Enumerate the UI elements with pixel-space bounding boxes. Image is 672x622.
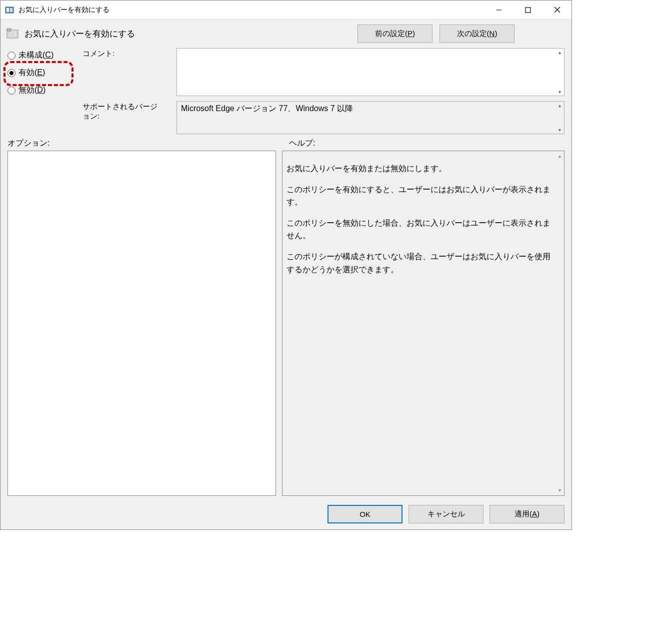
- fields-column: コメント: ▴ ▾ サポートされるバージョン: Microsoft Edge バ…: [82, 48, 564, 134]
- radio-not-configured[interactable]: 未構成(C): [8, 50, 72, 61]
- svg-rect-8: [7, 29, 11, 31]
- help-paragraph: このポリシーが構成されていない場合、ユーザーはお気に入りバーを使用するかどうかを…: [286, 250, 554, 276]
- close-button[interactable]: [542, 1, 572, 19]
- maximize-button[interactable]: [514, 1, 542, 19]
- window-title: お気に入りバーを有効にする: [18, 6, 484, 15]
- window-controls: [484, 1, 572, 19]
- titlebar: お気に入りバーを有効にする: [0, 1, 572, 20]
- state-radios: 未構成(C) 有効(E) 無効(D): [8, 48, 72, 134]
- options-label: オプション:: [8, 138, 283, 149]
- comment-label: コメント:: [82, 48, 162, 59]
- supported-label: サポートされるバージョン:: [82, 101, 162, 121]
- chevron-up-icon: ▴: [558, 50, 561, 55]
- chevron-down-icon: ▾: [558, 127, 561, 133]
- comment-row: コメント: ▴ ▾: [82, 48, 564, 96]
- radio-disabled[interactable]: 無効(D): [8, 85, 72, 96]
- next-setting-button[interactable]: 次の設定(N): [440, 25, 514, 43]
- app-icon: [4, 5, 14, 15]
- chevron-down-icon: ▾: [558, 89, 561, 95]
- minimize-button[interactable]: [484, 1, 514, 19]
- help-label: ヘルプ:: [289, 138, 564, 149]
- help-paragraph: お気に入りバーを有効または無効にします。: [286, 162, 554, 175]
- options-pane: [8, 151, 276, 496]
- chevron-down-icon: ▾: [558, 486, 561, 494]
- section-labels: オプション: ヘルプ:: [0, 137, 572, 151]
- dialog-buttons: OK キャンセル 適用(A): [0, 501, 572, 529]
- policy-editor-window: お気に入りバーを有効にする お気に入りバーを有効にする: [0, 0, 572, 530]
- header-row: お気に入りバーを有効にする 前の設定(P) 次の設定(N): [0, 20, 572, 48]
- policy-icon: [6, 27, 20, 41]
- radio-icon: [8, 52, 16, 60]
- scrollbar[interactable]: ▴ ▾: [556, 49, 564, 96]
- config-area: 未構成(C) 有効(E) 無効(D) コメント: ▴ ▾: [0, 48, 572, 137]
- radio-enabled[interactable]: 有効(E): [8, 68, 72, 78]
- scrollbar[interactable]: ▴ ▾: [556, 151, 564, 495]
- previous-setting-button[interactable]: 前の設定(P): [358, 25, 432, 43]
- help-paragraph: このポリシーを有効にすると、ユーザーにはお気に入りバーが表示されます。: [286, 183, 554, 209]
- supported-row: サポートされるバージョン: Microsoft Edge バージョン 77、Wi…: [82, 101, 564, 134]
- svg-rect-4: [526, 8, 530, 13]
- scrollbar[interactable]: ▴ ▾: [556, 102, 564, 134]
- svg-rect-1: [6, 8, 9, 12]
- svg-rect-2: [10, 8, 12, 12]
- help-pane: お気に入りバーを有効または無効にします。 このポリシーを有効にすると、ユーザーに…: [282, 151, 564, 496]
- comment-input[interactable]: ▴ ▾: [176, 48, 564, 96]
- radio-icon: [8, 69, 16, 77]
- ok-button[interactable]: OK: [328, 505, 402, 523]
- panes-row: お気に入りバーを有効または無効にします。 このポリシーを有効にすると、ユーザーに…: [0, 151, 572, 501]
- svg-rect-9: [8, 32, 16, 37]
- help-paragraph: このポリシーを無効にした場合、お気に入りバーはユーザーに表示されません。: [286, 217, 554, 242]
- apply-button[interactable]: 適用(A): [490, 505, 564, 523]
- cancel-button[interactable]: キャンセル: [408, 505, 484, 523]
- chevron-up-icon: ▴: [558, 152, 561, 160]
- chevron-up-icon: ▴: [558, 103, 561, 108]
- radio-icon: [8, 87, 16, 95]
- policy-title: お気に入りバーを有効にする: [24, 28, 358, 40]
- supported-value: Microsoft Edge バージョン 77、Windows 7 以降 ▴ ▾: [176, 101, 564, 134]
